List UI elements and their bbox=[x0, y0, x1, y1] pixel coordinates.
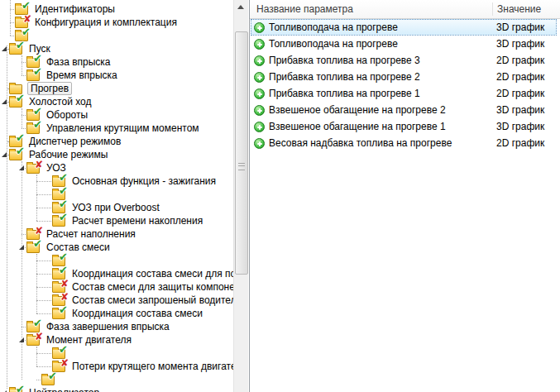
green-check-icon: ✔ bbox=[33, 318, 42, 328]
folder-check-icon: ✔ bbox=[52, 309, 65, 319]
folder-check-icon: ✔ bbox=[26, 71, 40, 81]
expander-icon[interactable] bbox=[19, 165, 24, 170]
green-check-icon: ✔ bbox=[22, 0, 31, 11]
green-check-icon: ✔ bbox=[33, 238, 42, 249]
category-tree: ✔Идентификаторы✘Конфигурация и комплекта… bbox=[0, 0, 233, 392]
expander-icon[interactable] bbox=[2, 152, 7, 157]
green-plus-icon bbox=[254, 138, 265, 149]
tree-branch-line bbox=[22, 327, 26, 327]
tree-item-label: Нейтрализатор bbox=[27, 387, 101, 392]
green-check-icon: ✔ bbox=[16, 93, 25, 103]
tree-item-label: Потери крутящего момента двигате bbox=[70, 361, 233, 372]
parameter-name: Взвешеное обагащение на прогреве 1 bbox=[269, 121, 446, 132]
scrollbar-thumb[interactable] bbox=[235, 31, 248, 275]
tree-item[interactable]: ✔Диспетчер режимов bbox=[0, 135, 233, 148]
table-row[interactable]: Прибавка топлива на прогреве 22D график bbox=[251, 69, 557, 85]
tree-item-label: Диспетчер режимов bbox=[27, 136, 122, 147]
tree-item[interactable]: ✘Состав смеси запрошеный водителе bbox=[0, 294, 233, 307]
green-check-icon: ✔ bbox=[59, 172, 68, 183]
tree-item-label: Координация состава смеси для по bbox=[70, 268, 233, 280]
expander-icon[interactable] bbox=[19, 245, 24, 250]
tree-item-label: УОЗ при Overboost bbox=[70, 202, 161, 213]
column-header-value[interactable]: Значение bbox=[497, 3, 541, 15]
tree-item[interactable]: ✔Управления крутящим моментом bbox=[0, 122, 233, 135]
parameter-name: Топливоподача на прогреве bbox=[269, 22, 398, 33]
tree-item[interactable]: ✔Основная функция - зажигания bbox=[0, 174, 233, 188]
green-plus-icon bbox=[254, 122, 265, 132]
tree-item[interactable]: ✔Координация состава смеси для по bbox=[0, 267, 233, 280]
green-check-icon: ✔ bbox=[33, 66, 42, 77]
parameter-value: 2D график bbox=[496, 71, 544, 83]
expander-icon[interactable] bbox=[19, 337, 24, 342]
tree-item-label: Время впрыска bbox=[45, 69, 119, 81]
tree-branch-line bbox=[36, 194, 51, 195]
green-check-icon: ✔ bbox=[16, 146, 25, 156]
tree-branch-line bbox=[22, 62, 26, 63]
table-row[interactable]: Топливоподача на прогреве3D график bbox=[251, 36, 557, 52]
tree-item[interactable]: ✔ bbox=[0, 373, 233, 386]
tree-branch-line bbox=[7, 141, 8, 142]
tree-item-label: Фаза впрыска bbox=[45, 56, 112, 68]
tree-item[interactable]: ✔ bbox=[0, 29, 233, 42]
green-check-icon: ✔ bbox=[59, 344, 68, 355]
green-plus-icon bbox=[254, 105, 265, 116]
scroll-up-button[interactable] bbox=[234, 0, 248, 14]
tree-item-label: Прогрев bbox=[27, 82, 72, 95]
tree-item[interactable]: ✔ bbox=[0, 254, 233, 267]
tree-item-label: Состав смеси bbox=[45, 241, 112, 253]
folder-check-icon: ✔ bbox=[26, 243, 40, 253]
tree-item[interactable]: ✔УОЗ при Overboost bbox=[0, 201, 233, 214]
tree-item[interactable]: ✔Идентификаторы bbox=[0, 2, 233, 16]
tree-item[interactable]: ✘Состав смеси для защиты компонен bbox=[0, 280, 233, 294]
tree-item[interactable]: ✔ bbox=[0, 347, 233, 360]
tree-branch-line bbox=[7, 88, 8, 89]
folder-check-icon: ✔ bbox=[41, 375, 55, 385]
expander-icon[interactable] bbox=[2, 99, 7, 104]
green-plus-icon bbox=[254, 88, 265, 99]
column-separator[interactable] bbox=[492, 2, 493, 16]
folder-cross-icon: ✘ bbox=[26, 336, 40, 346]
tree-item[interactable]: ✔Нейтрализатор bbox=[0, 386, 233, 392]
folder-cross-icon: ✘ bbox=[26, 164, 40, 174]
folder-check-icon: ✔ bbox=[26, 124, 40, 134]
tree-branch-line bbox=[10, 9, 14, 10]
green-check-icon: ✔ bbox=[59, 304, 68, 315]
parameter-name: Прибавка топлива на прогреве 3 bbox=[269, 55, 420, 66]
tree-item[interactable]: ✘УОЗ bbox=[0, 161, 233, 174]
table-row[interactable]: Взвешеное обагащение на прогреве 23D гра… bbox=[251, 102, 557, 118]
parameter-name: Прибавка топлива на прогреве 2 bbox=[269, 71, 420, 83]
tree-item[interactable]: ✘Момент двигателя bbox=[0, 333, 233, 347]
table-row[interactable]: Прибавка топлива на прогреве 32D график bbox=[251, 52, 557, 69]
table-row-selected[interactable]: Топливоподача на прогреве3D график bbox=[251, 19, 557, 36]
tree-item[interactable]: ✔Состав смеси bbox=[0, 241, 233, 254]
parameter-value: 3D график bbox=[496, 22, 544, 33]
green-check-icon: ✔ bbox=[59, 265, 68, 275]
red-cross-icon: ✘ bbox=[35, 160, 43, 170]
column-header-name[interactable]: Название параметра bbox=[256, 3, 353, 15]
table-row[interactable]: Прибавка топлива на прогреве 12D график bbox=[251, 85, 557, 102]
table-row[interactable]: Весовая надбавка топлива на прогреве2D г… bbox=[251, 135, 557, 151]
tree-item[interactable]: ✘Потери крутящего момента двигате bbox=[0, 360, 233, 373]
tree-scrollbar[interactable] bbox=[233, 0, 248, 392]
tree-item-selected[interactable]: Прогрев bbox=[0, 82, 233, 95]
parameter-value: 2D график bbox=[496, 137, 544, 149]
expander-icon[interactable] bbox=[2, 46, 7, 51]
tree-item[interactable]: ✔Время впрыска bbox=[0, 69, 233, 82]
tree-branch-line bbox=[36, 313, 51, 314]
tree-branch-line bbox=[22, 234, 26, 235]
parameter-name: Весовая надбавка топлива на прогреве bbox=[269, 137, 452, 149]
tree-item-label: Момент двигателя bbox=[45, 334, 133, 346]
tree-item[interactable]: ✔ bbox=[0, 188, 233, 201]
folder-check-icon: ✔ bbox=[9, 389, 22, 392]
tree-item-label: Обороты bbox=[45, 109, 89, 121]
red-cross-icon: ✘ bbox=[60, 279, 69, 289]
tree-branch-line bbox=[36, 274, 51, 275]
tree-branch-line bbox=[36, 300, 51, 301]
tree-branch-line bbox=[22, 128, 26, 129]
green-plus-icon bbox=[254, 55, 265, 66]
parameters-window: ✔Идентификаторы✘Конфигурация и комплекта… bbox=[0, 0, 560, 392]
tree-item[interactable]: ✘Конфигурация и комплектация bbox=[0, 16, 233, 29]
tree-item-label: Основная функция - зажигания bbox=[70, 175, 218, 187]
tree-branch-line bbox=[36, 287, 51, 288]
table-row[interactable]: Взвешеное обагащение на прогреве 13D гра… bbox=[251, 118, 557, 135]
